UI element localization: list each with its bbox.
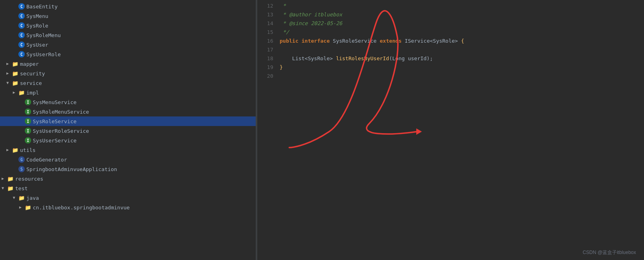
tree-item-code-generator[interactable]: G CodeGenerator bbox=[0, 155, 256, 164]
watermark-text: CSDN @蓝盒子itbluebox bbox=[582, 250, 636, 255]
item-label: mapper bbox=[20, 61, 39, 67]
code-token: listRolesByUserId bbox=[336, 54, 389, 63]
tree-item-mapper[interactable]: 📁 mapper bbox=[0, 59, 256, 69]
arrow-right-icon bbox=[13, 90, 18, 95]
code-token: SysRoleService bbox=[333, 37, 380, 45]
tree-item-impl[interactable]: 📁 impl bbox=[0, 88, 256, 97]
class-icon: C bbox=[18, 51, 25, 57]
tree-item-sys-role-service[interactable]: I SysRoleService bbox=[0, 116, 256, 126]
tree-item-sys-menu[interactable]: C SysMenu bbox=[0, 11, 256, 21]
folder-icon: 📁 bbox=[18, 89, 25, 96]
tree-item-sys-user[interactable]: C SysUser bbox=[0, 40, 256, 49]
code-line-14: * @since 2022-05-26 bbox=[280, 19, 644, 28]
tree-item-security[interactable]: 📁 security bbox=[0, 69, 256, 78]
tree-item-sys-role[interactable]: C SysRole bbox=[0, 21, 256, 30]
class-icon: G bbox=[18, 156, 25, 163]
interface-icon: I bbox=[25, 128, 31, 134]
tree-item-cn-package[interactable]: 📁 cn.itbluebox.springbootadminvue bbox=[0, 203, 256, 212]
arrow-down-icon bbox=[2, 186, 6, 191]
item-label: service bbox=[20, 80, 42, 86]
class-icon: C bbox=[18, 32, 25, 38]
line-numbers: 12 13 14 15 16 17 18 19 20 bbox=[257, 1, 276, 81]
code-token: * bbox=[280, 10, 289, 19]
item-label: utils bbox=[20, 147, 36, 153]
code-token: */ bbox=[280, 28, 289, 37]
item-label: SysMenuService bbox=[33, 99, 77, 105]
code-line-15: */ bbox=[280, 28, 644, 37]
item-label: SysUserService bbox=[33, 138, 77, 144]
item-label: impl bbox=[26, 90, 39, 96]
arrow-down-icon bbox=[6, 81, 11, 85]
code-token: itbluebox bbox=[311, 10, 342, 19]
item-label: SysRole bbox=[26, 23, 48, 29]
code-line-16: public interface SysRoleService extends … bbox=[280, 37, 644, 45]
item-label: resources bbox=[15, 176, 43, 182]
code-line-12: * bbox=[280, 2, 644, 10]
tree-item-service[interactable]: 📁 service bbox=[0, 78, 256, 88]
code-token: extends bbox=[380, 37, 405, 45]
item-label: test bbox=[15, 185, 28, 191]
folder-icon: 📁 bbox=[7, 175, 14, 182]
interface-icon: I bbox=[25, 108, 31, 115]
interface-icon: I bbox=[25, 99, 31, 105]
item-label: security bbox=[20, 71, 45, 77]
tree-item-sys-user-role-service[interactable]: I SysUserRoleService bbox=[0, 126, 256, 136]
item-label: SpringbootAdminvueApplication bbox=[26, 166, 117, 172]
code-token: * bbox=[280, 2, 286, 10]
tree-item-java[interactable]: 📁 java bbox=[0, 193, 256, 203]
item-label: java bbox=[26, 195, 39, 201]
class-icon: S bbox=[18, 166, 25, 172]
code-token: 2022-05-26 bbox=[308, 19, 342, 28]
arrow-down-icon bbox=[13, 195, 18, 200]
tree-item-test[interactable]: 📁 test bbox=[0, 183, 256, 193]
interface-icon: I bbox=[25, 137, 31, 144]
arrow-right-icon bbox=[19, 205, 24, 210]
code-token: { bbox=[461, 37, 464, 45]
interface-icon: I bbox=[25, 118, 31, 124]
item-label: cn.itbluebox.springbootadminvue bbox=[33, 205, 130, 211]
item-label: CodeGenerator bbox=[26, 157, 67, 163]
code-line-13: * @author itbluebox bbox=[280, 10, 644, 19]
code-line-19: } bbox=[280, 63, 644, 72]
class-icon: C bbox=[18, 3, 25, 10]
code-token: IService<SysRole> bbox=[405, 37, 461, 45]
arrow-right-icon bbox=[6, 71, 11, 76]
folder-icon: 📁 bbox=[18, 195, 25, 201]
code-line-18: List<SysRole> listRolesByUserId(Long use… bbox=[280, 54, 644, 63]
folder-icon: 📁 bbox=[7, 185, 14, 191]
svg-marker-0 bbox=[416, 128, 422, 135]
arrow-right-icon bbox=[2, 176, 6, 181]
item-label: SysMenu bbox=[26, 13, 48, 19]
tree-item-sys-role-menu-service[interactable]: I SysRoleMenuService bbox=[0, 107, 256, 116]
tree-item-sys-menu-service[interactable]: I SysMenuService bbox=[0, 97, 256, 107]
code-token: List<SysRole> bbox=[280, 54, 336, 63]
tree-item-springboot-app[interactable]: S SpringbootAdminvueApplication bbox=[0, 164, 256, 174]
code-token: (Long userId); bbox=[389, 54, 433, 63]
class-icon: C bbox=[18, 41, 25, 48]
item-label: SysUser bbox=[26, 42, 48, 48]
item-label: SysUserRoleService bbox=[33, 128, 89, 134]
code-line-17 bbox=[280, 45, 644, 54]
code-token: * bbox=[280, 19, 289, 28]
tree-item-resources[interactable]: 📁 resources bbox=[0, 174, 256, 183]
folder-icon: 📁 bbox=[25, 204, 31, 211]
code-token: @author bbox=[289, 10, 311, 19]
code-lines: * * @author itbluebox * @since 2022-05-2… bbox=[276, 1, 644, 81]
tree-item-sys-role-menu[interactable]: C SysRoleMenu bbox=[0, 30, 256, 40]
item-label: SysUserRole bbox=[26, 51, 61, 57]
file-tree[interactable]: C BaseEntity C SysMenu C SysRole C SysRo… bbox=[0, 0, 256, 260]
tree-item-sys-user-role[interactable]: C SysUserRole bbox=[0, 49, 256, 59]
code-editor: 12 13 14 15 16 17 18 19 20 * * @author i… bbox=[257, 0, 644, 260]
code-line-20 bbox=[280, 72, 644, 81]
tree-item-sys-user-service[interactable]: I SysUserService bbox=[0, 136, 256, 145]
class-icon: C bbox=[18, 22, 25, 29]
item-label: SysRoleService bbox=[33, 118, 77, 124]
tree-item-base-entity[interactable]: C BaseEntity bbox=[0, 2, 256, 11]
folder-icon: 📁 bbox=[12, 70, 18, 77]
class-icon: C bbox=[18, 13, 25, 19]
tree-item-utils[interactable]: 📁 utils bbox=[0, 145, 256, 155]
code-token: public bbox=[280, 37, 302, 45]
watermark: CSDN @蓝盒子itbluebox bbox=[582, 249, 636, 256]
code-token: @since bbox=[289, 19, 308, 28]
code-token: } bbox=[280, 63, 283, 72]
